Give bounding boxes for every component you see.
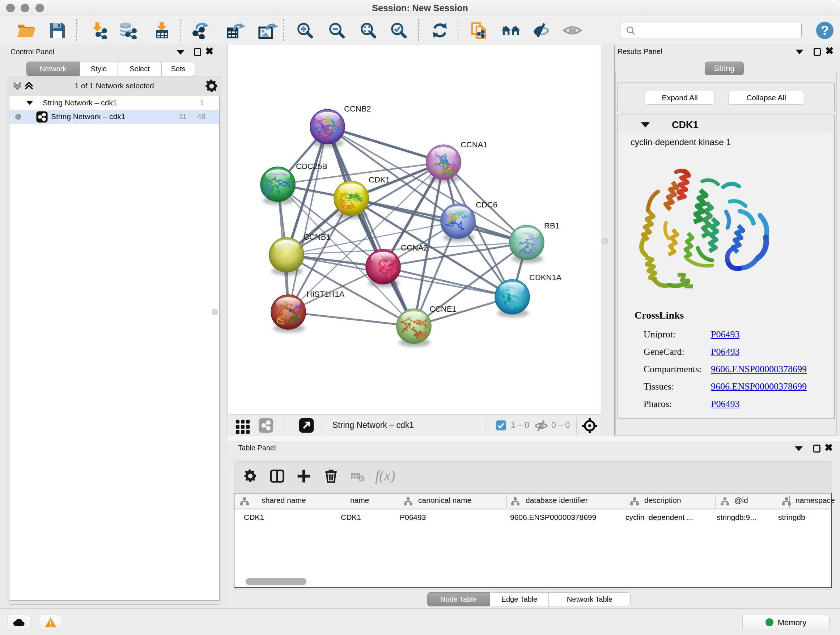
svg-text:CDC25B: CDC25B — [296, 162, 327, 171]
svg-text:CCNE1: CCNE1 — [429, 304, 456, 314]
svg-text:CDKN1A: CDKN1A — [529, 273, 562, 282]
svg-text:CCNB1: CCNB1 — [303, 233, 331, 241]
svg-text:CDK1: CDK1 — [369, 175, 390, 184]
svg-text:HIST1H1A: HIST1H1A — [306, 290, 344, 299]
svg-text:CCNA2: CCNA2 — [401, 243, 428, 252]
svg-text:CCNB2: CCNB2 — [344, 104, 371, 113]
svg-text:CCNA1: CCNA1 — [461, 140, 488, 149]
svg-text:RB1: RB1 — [544, 221, 560, 230]
svg-text:?: ? — [821, 23, 829, 38]
svg-text:CDC6: CDC6 — [476, 200, 497, 209]
